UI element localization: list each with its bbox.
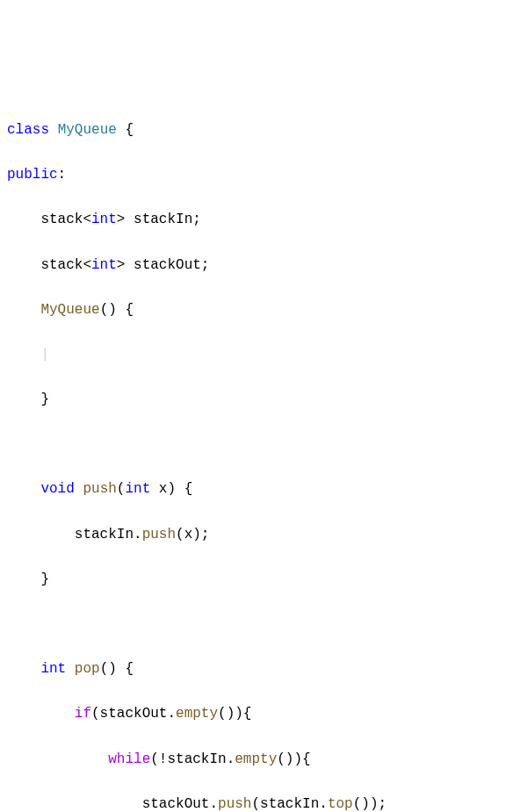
method-call: empty — [235, 751, 277, 767]
text: > stackOut; — [117, 257, 210, 273]
punct: () { — [100, 302, 134, 318]
code-line — [7, 614, 506, 636]
code-line: class MyQueue { — [7, 119, 506, 142]
code-line: if(stackOut.empty()){ — [7, 703, 506, 726]
text: } — [7, 392, 49, 407]
type-name: MyQueue — [58, 122, 117, 138]
method-call: push — [142, 527, 176, 543]
indent — [7, 481, 40, 497]
keyword-int: int — [91, 212, 117, 227]
code-line: int pop() { — [7, 658, 506, 681]
text: > stackIn; — [117, 212, 201, 227]
keyword-int: int — [40, 661, 66, 677]
keyword-if: if — [75, 706, 91, 722]
keyword-int: int — [125, 481, 150, 497]
func-name: push — [83, 481, 116, 497]
keyword-while: while — [108, 751, 150, 767]
func-name: pop — [75, 661, 100, 677]
text: stack< — [7, 257, 91, 273]
text: stack< — [7, 212, 91, 227]
code-line: } — [7, 389, 506, 412]
code-line — [7, 434, 506, 456]
indent — [7, 302, 40, 318]
keyword-void: void — [40, 481, 74, 497]
method-call: push — [218, 796, 251, 812]
code-line: void push(int x) { — [7, 478, 506, 501]
code-line: stack<int> stackOut; — [7, 255, 506, 277]
code-line: stackIn.push(x); — [7, 524, 506, 547]
method-call: top — [328, 796, 353, 812]
punct: : — [58, 167, 67, 183]
constructor-name: MyQueue — [40, 302, 99, 318]
keyword-class: class — [7, 122, 49, 138]
code-line: public: — [7, 164, 506, 187]
method-call: empty — [176, 706, 218, 722]
code-line: } — [7, 569, 506, 592]
code-line: stackOut.push(stackIn.top()); — [7, 794, 506, 812]
code-block: class MyQueue { public: stack<int> stack… — [7, 97, 506, 812]
code-line: | — [7, 344, 506, 367]
code-line: MyQueue() { — [7, 299, 506, 322]
code-line: while(!stackIn.empty()){ — [7, 749, 506, 772]
punct: { — [117, 122, 134, 138]
code-line: stack<int> stackIn; — [7, 209, 506, 232]
keyword-int: int — [91, 257, 117, 273]
keyword-public: public — [7, 167, 58, 183]
